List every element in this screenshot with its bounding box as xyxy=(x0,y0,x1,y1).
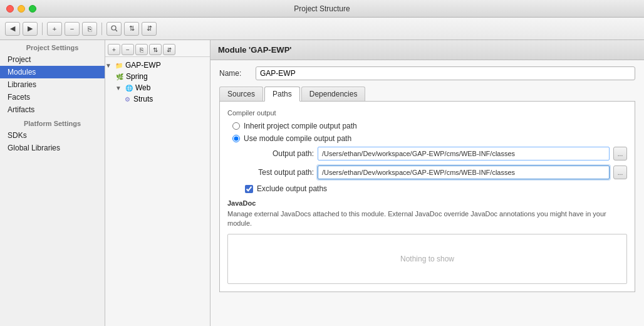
tree-web[interactable]: ▼ 🌐 Web xyxy=(105,82,210,93)
expand-icon: ▼ xyxy=(105,62,113,69)
tree-spring[interactable]: 🌿 Spring xyxy=(105,71,210,82)
use-module-radio[interactable] xyxy=(232,135,240,142)
sidebar-item-modules[interactable]: Modules xyxy=(0,66,105,78)
javadoc-list: Nothing to show xyxy=(227,234,627,284)
svg-point-0 xyxy=(112,26,116,30)
traffic-lights xyxy=(6,5,36,13)
close-button[interactable] xyxy=(6,5,14,13)
module-tree-panel: + − ⎘ ⇅ ⇵ ▼ 📁 GAP-EWP 🌿 Spring ▼ 🌐 Web xyxy=(105,40,210,326)
forward-button[interactable]: ▶ xyxy=(23,22,38,36)
sort-button[interactable]: ⇅ xyxy=(124,22,139,36)
platform-settings-header: Platform Settings xyxy=(0,116,105,129)
search-button[interactable] xyxy=(106,22,122,36)
tree-remove-button[interactable]: − xyxy=(122,44,134,55)
svg-line-1 xyxy=(115,30,117,32)
sidebar-item-facets[interactable]: Facets xyxy=(0,91,105,103)
test-output-path-input[interactable] xyxy=(318,166,610,179)
module-header: Module 'GAP-EWP' xyxy=(210,40,644,60)
tab-paths[interactable]: Paths xyxy=(264,87,300,102)
spring-icon: 🌿 xyxy=(115,72,124,81)
sidebar-item-label: Libraries xyxy=(8,80,36,89)
name-label: Name: xyxy=(219,69,251,78)
exclude-checkbox-row: Exclude output paths xyxy=(245,184,627,193)
inherit-radio[interactable] xyxy=(232,122,240,130)
output-path-row: Output path: ... xyxy=(245,147,627,160)
tree-root-label: GAP-EWP xyxy=(125,61,161,70)
module-content: Name: Sources Paths Dependencies Compile… xyxy=(210,60,644,326)
sidebar-item-label: Facets xyxy=(8,93,30,102)
web-expand-icon: ▼ xyxy=(115,85,123,92)
sidebar-item-label: SDKs xyxy=(8,131,27,140)
tree-root[interactable]: ▼ 📁 GAP-EWP xyxy=(105,60,210,71)
sidebar-item-label: Artifacts xyxy=(8,105,34,114)
sidebar-item-label: Project xyxy=(8,55,31,64)
tree-sort1-button[interactable]: ⇅ xyxy=(149,44,162,55)
window-title: Project Structure xyxy=(294,4,350,13)
tree-struts[interactable]: ⚙ Struts xyxy=(105,93,210,105)
nothing-to-show-label: Nothing to show xyxy=(400,255,454,263)
tree-copy-button[interactable]: ⎘ xyxy=(135,44,148,55)
javadoc-section: JavaDoc Manage external JavaDocs attache… xyxy=(227,199,627,284)
use-module-radio-label: Use module compile output path xyxy=(244,134,351,143)
folder-icon: 📁 xyxy=(115,61,123,70)
project-settings-header: Project Settings xyxy=(0,40,105,53)
tree-struts-label: Struts xyxy=(133,95,153,103)
output-path-browse-button[interactable]: ... xyxy=(613,147,627,160)
title-bar: Project Structure xyxy=(0,0,644,18)
compiler-output-label: Compiler output xyxy=(227,109,627,117)
sidebar-item-artifacts[interactable]: Artifacts xyxy=(0,103,105,116)
use-module-radio-option[interactable]: Use module compile output path xyxy=(232,134,627,143)
javadoc-title: JavaDoc xyxy=(227,199,627,207)
toolbar: ◀ ▶ + − ⎘ ⇅ ⇵ xyxy=(0,18,644,40)
remove-button[interactable]: − xyxy=(65,22,80,36)
sort2-button[interactable]: ⇵ xyxy=(142,22,157,36)
sidebar-item-sdks[interactable]: SDKs xyxy=(0,129,105,142)
test-output-path-row: Test output path: ... xyxy=(245,166,627,179)
tree-add-button[interactable]: + xyxy=(108,44,120,55)
back-button[interactable]: ◀ xyxy=(5,22,20,36)
tree-sort2-button[interactable]: ⇵ xyxy=(163,44,175,55)
tab-dependencies[interactable]: Dependencies xyxy=(301,87,366,101)
sidebar-item-libraries[interactable]: Libraries xyxy=(0,78,105,91)
sidebar-item-label: Global Libraries xyxy=(8,144,60,152)
minimize-button[interactable] xyxy=(18,5,25,13)
add-button[interactable]: + xyxy=(47,22,62,36)
sidebar-item-global-libraries[interactable]: Global Libraries xyxy=(0,142,105,154)
toolbar-separator-1 xyxy=(42,23,43,35)
exclude-checkbox[interactable] xyxy=(245,185,253,193)
right-panel: Module 'GAP-EWP' Name: Sources Paths Dep… xyxy=(210,40,644,326)
struts-icon: ⚙ xyxy=(123,95,132,103)
sidebar: Project Settings Project Modules Librari… xyxy=(0,40,105,326)
inherit-radio-label: Inherit project compile output path xyxy=(244,122,357,130)
tab-sources[interactable]: Sources xyxy=(219,87,263,101)
inherit-radio-option[interactable]: Inherit project compile output path xyxy=(232,122,627,130)
output-path-input[interactable] xyxy=(318,147,610,160)
name-row: Name: xyxy=(219,66,635,80)
javadoc-desc: Manage external JavaDocs attached to thi… xyxy=(227,209,627,229)
web-icon: 🌐 xyxy=(125,83,133,92)
name-input[interactable] xyxy=(256,66,635,80)
copy-button[interactable]: ⎘ xyxy=(82,22,97,36)
maximize-button[interactable] xyxy=(29,5,36,13)
toolbar-separator-2 xyxy=(101,23,102,35)
output-path-label: Output path: xyxy=(245,149,314,158)
paths-tab-panel: Compiler output Inherit project compile … xyxy=(219,102,635,292)
test-output-path-label: Test output path: xyxy=(245,168,314,177)
sidebar-item-project[interactable]: Project xyxy=(0,53,105,66)
sidebar-item-label: Modules xyxy=(8,68,36,76)
tabs-container: Sources Paths Dependencies xyxy=(219,87,635,102)
test-output-path-browse-button[interactable]: ... xyxy=(613,166,627,179)
exclude-checkbox-label: Exclude output paths xyxy=(257,184,327,193)
tree-web-label: Web xyxy=(135,83,150,92)
tree-spring-label: Spring xyxy=(126,72,148,81)
